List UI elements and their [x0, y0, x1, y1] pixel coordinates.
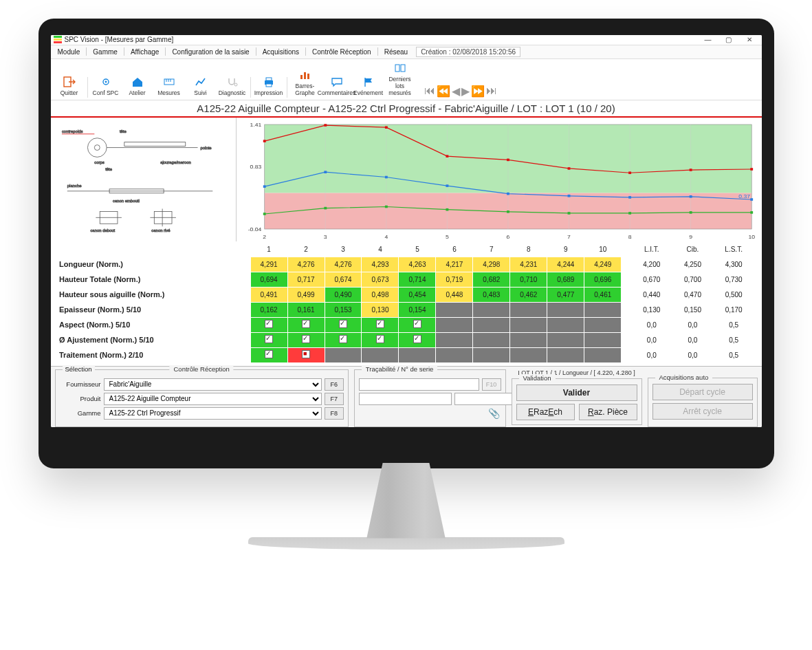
data-cell[interactable]: 0,710: [510, 272, 547, 287]
vcr-forward-icon[interactable]: ⏩: [471, 85, 485, 98]
data-cell[interactable]: [510, 302, 547, 317]
data-cell[interactable]: [584, 317, 622, 332]
data-cell[interactable]: [547, 302, 584, 317]
vcr-rewind-icon[interactable]: ⏪: [437, 85, 450, 98]
raz-ech-button[interactable]: ERaz EchRaz Ech: [516, 404, 575, 420]
data-cell[interactable]: [436, 347, 473, 362]
data-cell[interactable]: [399, 317, 436, 332]
data-cell[interactable]: 4,231: [510, 257, 547, 272]
tool-atelier[interactable]: Atelier: [122, 74, 153, 98]
data-cell[interactable]: 0,674: [325, 272, 362, 287]
f6-button[interactable]: F6: [325, 378, 344, 391]
data-cell[interactable]: [362, 332, 399, 347]
tool-confspc[interactable]: Conf SPC: [90, 74, 122, 98]
menu-config-saisie[interactable]: Configuration de la saisie: [168, 47, 253, 56]
menu-affichage[interactable]: Affichage: [127, 47, 164, 56]
minimize-button[interactable]: —: [699, 35, 718, 45]
data-cell[interactable]: [325, 317, 362, 332]
data-cell[interactable]: [287, 332, 325, 347]
menu-reseau[interactable]: Réseau: [380, 47, 412, 56]
data-cell[interactable]: [436, 332, 473, 347]
data-cell[interactable]: [399, 332, 436, 347]
data-cell[interactable]: [473, 347, 510, 362]
data-cell[interactable]: [547, 332, 584, 347]
menu-controle-reception[interactable]: Contrôle Réception: [308, 47, 375, 56]
data-cell[interactable]: 0,477: [547, 287, 584, 302]
data-cell[interactable]: [584, 347, 622, 362]
data-cell[interactable]: 0,491: [250, 287, 287, 302]
f8-button[interactable]: F8: [325, 407, 344, 420]
vcr-last-icon[interactable]: ⏭: [486, 85, 497, 97]
f7-button[interactable]: F7: [325, 393, 344, 405]
data-cell[interactable]: [436, 317, 473, 332]
data-cell[interactable]: 0,130: [362, 302, 399, 317]
arret-cycle-button[interactable]: Arrêt cycle: [652, 403, 753, 420]
data-cell[interactable]: [473, 317, 510, 332]
data-cell[interactable]: 0,689: [547, 272, 584, 287]
valider-button[interactable]: Valider: [516, 384, 637, 401]
depart-cycle-button[interactable]: Départ cycle: [652, 384, 753, 400]
gamme-select[interactable]: A125-22 Ctrl Progressif: [104, 407, 322, 420]
tool-commentaires[interactable]: Commentaires: [321, 74, 353, 98]
data-cell[interactable]: [547, 347, 584, 362]
data-cell[interactable]: 0,161: [287, 302, 325, 317]
f10-button[interactable]: F10: [482, 378, 501, 391]
data-cell[interactable]: 0,154: [399, 302, 436, 317]
data-cell[interactable]: 0,461: [584, 287, 622, 302]
tool-evenement[interactable]: Evénement: [353, 74, 384, 98]
menu-gamme[interactable]: Gamme: [89, 47, 122, 56]
tool-diagnostic[interactable]: Diagnostic: [217, 74, 248, 98]
data-cell[interactable]: [510, 317, 547, 332]
data-cell[interactable]: 0,162: [250, 302, 287, 317]
data-cell[interactable]: [473, 302, 510, 317]
data-cell[interactable]: [250, 317, 287, 332]
data-cell[interactable]: [287, 317, 325, 332]
data-cell[interactable]: 0,498: [362, 287, 399, 302]
data-cell[interactable]: [250, 347, 287, 362]
data-cell[interactable]: 0,483: [473, 287, 510, 302]
data-cell[interactable]: 0,448: [436, 287, 473, 302]
trace-input-1[interactable]: [359, 378, 479, 391]
data-cell[interactable]: [584, 332, 622, 347]
data-cell[interactable]: [399, 347, 436, 362]
data-cell[interactable]: 4,298: [473, 257, 510, 272]
data-cell[interactable]: [287, 347, 325, 362]
data-cell[interactable]: 4,293: [362, 257, 399, 272]
data-cell[interactable]: [473, 332, 510, 347]
tool-suivi[interactable]: Suivi: [185, 74, 217, 98]
produit-select[interactable]: A125-22 Aiguille Compteur: [104, 393, 322, 405]
data-cell[interactable]: [584, 302, 622, 317]
data-cell[interactable]: [250, 332, 287, 347]
fournisseur-select[interactable]: Fabric'Aiguille: [104, 378, 322, 391]
data-cell[interactable]: 0,673: [362, 272, 399, 287]
data-cell[interactable]: 4,276: [287, 257, 325, 272]
data-cell[interactable]: 4,249: [584, 257, 622, 272]
tool-dernierslots[interactable]: Derniers lots mesurés: [384, 61, 416, 98]
data-cell[interactable]: 0,719: [436, 272, 473, 287]
vcr-prev-icon[interactable]: ◀: [452, 85, 460, 98]
maximize-button[interactable]: ▢: [719, 35, 738, 45]
raz-piece-button[interactable]: Raz. Pièce: [579, 404, 637, 420]
menu-acquisitions[interactable]: Acquisitions: [259, 47, 303, 56]
tool-impression[interactable]: Impression: [253, 74, 285, 98]
menu-module[interactable]: Module: [54, 47, 85, 56]
close-button[interactable]: ✕: [740, 35, 759, 45]
tool-quitter[interactable]: Quitter: [54, 74, 85, 98]
data-cell[interactable]: [547, 317, 584, 332]
data-cell[interactable]: 0,682: [473, 272, 510, 287]
data-cell[interactable]: 0,717: [287, 272, 325, 287]
data-cell[interactable]: [325, 347, 362, 362]
data-cell[interactable]: 0,499: [287, 287, 325, 302]
data-cell[interactable]: 0,454: [399, 287, 436, 302]
data-cell[interactable]: 0,490: [325, 287, 362, 302]
data-cell[interactable]: [325, 332, 362, 347]
paperclip-icon[interactable]: 📎: [487, 407, 501, 420]
data-cell[interactable]: 0,462: [510, 287, 547, 302]
data-cell[interactable]: [436, 302, 473, 317]
trace-input-2a[interactable]: [359, 393, 452, 405]
data-cell[interactable]: [510, 347, 547, 362]
data-cell[interactable]: [362, 347, 399, 362]
data-cell[interactable]: 4,217: [436, 257, 473, 272]
tool-barresgraphe[interactable]: Barres-Graphe: [289, 67, 321, 98]
data-cell[interactable]: 0,714: [399, 272, 436, 287]
